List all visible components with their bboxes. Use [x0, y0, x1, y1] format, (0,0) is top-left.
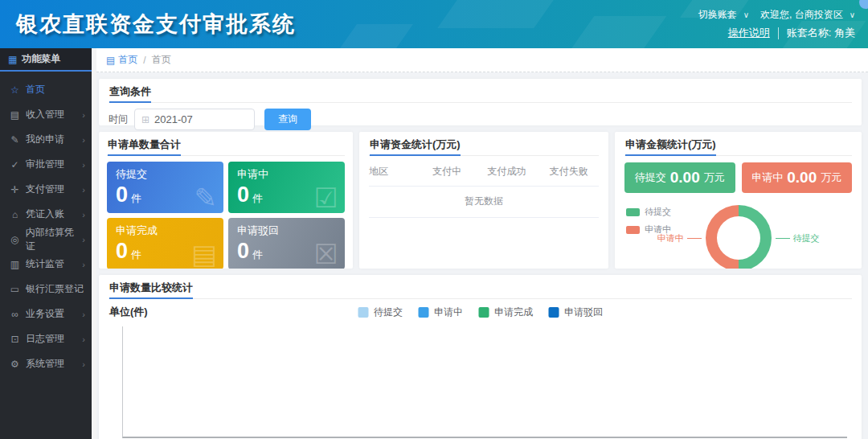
sidebar-item-voucher-entry[interactable]: ⌂ 凭证入账 ›	[0, 202, 92, 227]
edit-square-icon: ⊡	[9, 334, 21, 345]
query-conditions-panel: 查询条件 时间 ⊞ 2021-07 查询	[99, 79, 862, 125]
time-month-input[interactable]: ⊞ 2021-07	[134, 109, 255, 130]
stat-card-unit: 件	[252, 248, 263, 262]
page-document-icon: ▤	[106, 55, 115, 66]
stat-card-label: 申请完成	[116, 224, 215, 238]
pie-legend: 待提交 申请中	[626, 206, 671, 241]
donut-callout-line	[776, 238, 790, 239]
sidebar-scrollbar[interactable]	[92, 48, 96, 439]
sidebar-item-approval-management[interactable]: ✓ 审批管理 ›	[0, 152, 92, 177]
badge-value: 0.00	[670, 169, 700, 187]
sidebar-item-system-management[interactable]: ⚙ 系统管理 ›	[0, 351, 92, 376]
sidebar-item-label: 审批管理	[26, 158, 64, 171]
pie-legend-item-applying[interactable]: 申请中	[626, 224, 671, 236]
chevron-right-icon: ›	[82, 160, 85, 170]
sidebar-item-my-applications[interactable]: ✎ 我的申请 ›	[0, 127, 92, 152]
section-header: 申请数量比较统计	[108, 281, 852, 299]
badge-unit: 万元	[821, 170, 841, 185]
grid-menu-icon: ▦	[8, 54, 17, 65]
legend-label: 申请完成	[494, 306, 533, 319]
sidebar: ▦ 功能菜单 ☆ 首页 ▤ 收入管理 › ✎ 我的申请 › ✓ 审批管理 › ✛…	[0, 48, 92, 439]
sidebar-item-label: 我的申请	[26, 133, 64, 146]
sidebar-item-home[interactable]: ☆ 首页	[0, 77, 92, 102]
document-x-icon: ☒	[314, 240, 338, 268]
breadcrumb-home-link[interactable]: 首页	[118, 53, 137, 67]
legend-item-pending-submit[interactable]: 待提交	[358, 306, 403, 319]
chevron-right-icon: ›	[82, 334, 85, 344]
sidebar-menu-header: ▦ 功能菜单	[0, 48, 92, 72]
legend-swatch	[626, 208, 640, 216]
donut-chart	[706, 205, 772, 269]
table-empty-state: 暂无数据	[369, 187, 599, 218]
badge-value: 0.00	[787, 169, 817, 187]
sidebar-item-business-settings[interactable]: ∞ 业务设置 ›	[0, 302, 92, 326]
stat-card-unit: 件	[252, 191, 263, 206]
list-check-icon: ☑	[314, 184, 338, 211]
legend-swatch	[358, 307, 368, 318]
breadcrumb-current: 首页	[152, 53, 171, 67]
chevron-down-icon[interactable]: ∨	[743, 10, 749, 19]
column-header-pay-failed: 支付失败	[539, 165, 599, 178]
sidebar-item-bank-draft-registration[interactable]: ▭ 银行汇票登记	[0, 277, 92, 302]
sidebar-item-label: 系统管理	[26, 357, 64, 371]
sidebar-item-income-management[interactable]: ▤ 收入管理 ›	[0, 102, 92, 127]
account-name-label: 账套名称: 角美	[787, 26, 855, 40]
legend-item-completed[interactable]: 申请完成	[478, 306, 533, 319]
chevron-right-icon: ›	[82, 235, 85, 244]
pie-legend-item-pending-submit[interactable]: 待提交	[626, 206, 671, 218]
column-header-region: 地区	[369, 165, 420, 178]
legend-swatch	[418, 307, 428, 318]
chevron-down-icon[interactable]: ∨	[850, 10, 855, 19]
stat-card-value: 0	[237, 240, 249, 262]
sidebar-item-payment-management[interactable]: ✛ 支付管理 ›	[0, 177, 92, 202]
chevron-right-icon: ›	[82, 135, 85, 145]
sidebar-item-label: 银行汇票登记	[26, 282, 84, 296]
header-decoration	[563, 16, 667, 48]
header-decoration	[437, 0, 559, 28]
check-icon: ✓	[9, 159, 21, 170]
section-header: 申请资金统计(万元)	[369, 137, 599, 156]
calendar-icon: ⊞	[141, 114, 149, 125]
section-header: 申请金额统计(万元)	[624, 137, 852, 156]
sidebar-item-label: 支付管理	[26, 183, 64, 196]
welcome-user-dropdown[interactable]: 欢迎您, 台商投资区	[760, 8, 843, 22]
sidebar-item-label: 收入管理	[26, 108, 64, 121]
legend-label: 待提交	[645, 206, 671, 218]
time-label: 时间	[108, 113, 128, 126]
stat-card-unit: 件	[131, 191, 141, 206]
sidebar-item-label: 凭证入账	[26, 207, 64, 221]
comparison-chart-panel: 申请数量比较统计 单位(件) 待提交 申请中 申请完成 申请	[99, 275, 862, 439]
time-value: 2021-07	[154, 113, 193, 125]
header-divider	[778, 27, 779, 39]
donut-hole	[717, 216, 760, 260]
sidebar-item-log-management[interactable]: ⊡ 日志管理 ›	[0, 326, 92, 351]
breadcrumb-separator: /	[143, 55, 145, 66]
app-header: 银农直联资金支付审批系统 切换账套 ∨ 欢迎您, 台商投资区 ∨ 操作说明 账套…	[0, 0, 868, 48]
sidebar-item-internal-settlement-voucher[interactable]: ◎ 内部结算凭证 ›	[0, 227, 92, 252]
stat-card-completed: 申请完成 0 件 ▤	[107, 218, 223, 269]
stat-card-value: 0	[116, 184, 128, 206]
stat-card-rejected: 申请驳回 0 件 ☒	[228, 218, 345, 269]
stat-card-value: 0	[237, 184, 249, 206]
comparison-legend: 待提交 申请中 申请完成 申请驳回	[358, 306, 603, 319]
sidebar-menu-title: 功能菜单	[22, 52, 60, 66]
sidebar-item-statistics-supervision[interactable]: ▥ 统计监管 ›	[0, 252, 92, 277]
legend-item-rejected[interactable]: 申请驳回	[548, 306, 603, 319]
legend-item-applying[interactable]: 申请中	[418, 306, 463, 319]
amount-badge-pending-submit: 待提交 0.00 万元	[624, 162, 735, 193]
briefcase-icon: ⌂	[9, 209, 21, 220]
stat-card-label: 待提交	[116, 167, 215, 182]
search-button[interactable]: 查询	[264, 109, 311, 130]
switch-account-dropdown[interactable]: 切换账套	[698, 8, 737, 22]
operation-guide-link[interactable]: 操作说明	[728, 26, 770, 40]
funds-statistics-panel: 申请资金统计(万元) 地区 支付中 支付成功 支付失败 暂无数据	[359, 132, 608, 269]
stat-card-label: 申请驳回	[237, 224, 336, 238]
donut-label-pending-submit: 待提交	[793, 232, 820, 244]
badge-label: 待提交	[635, 170, 666, 185]
legend-label: 申请中	[434, 306, 463, 319]
main-content: 查询条件 时间 ⊞ 2021-07 查询 申请单数量合计 待提交 0 件	[96, 72, 868, 439]
star-icon: ☆	[9, 84, 21, 96]
legend-swatch	[478, 307, 489, 318]
pencil-icon: ✎	[9, 134, 21, 146]
stat-card-pending-submit: 待提交 0 件 ✎	[107, 162, 223, 213]
